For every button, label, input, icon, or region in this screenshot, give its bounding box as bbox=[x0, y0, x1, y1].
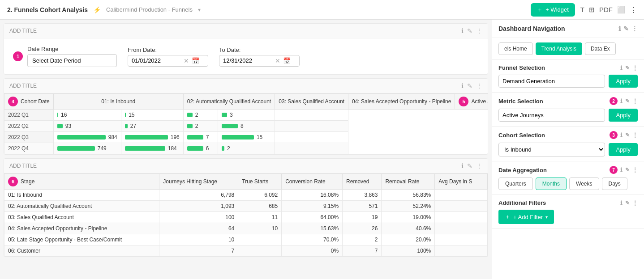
to-date-group: To Date: ✕ 📅 bbox=[219, 46, 300, 67]
table-row: 02: Automatically Qualified Account1,093… bbox=[4, 201, 488, 212]
col-header-4: 04: Sales Accepted Opportunity - Pipelin… bbox=[348, 94, 455, 110]
stage-table: 6StageJourneys Hitting StageTrue StartsC… bbox=[4, 173, 488, 257]
more-icon-funnel[interactable]: ⋮ bbox=[632, 65, 638, 71]
nav-btn-data[interactable]: Data Ex bbox=[585, 42, 616, 55]
cohort-table: 4 Cohort Date 01: Is Inbound 02: Automat… bbox=[4, 93, 488, 154]
info-icon-metric[interactable]: ℹ bbox=[620, 98, 623, 104]
more-icon-cohort-sel[interactable]: ⋮ bbox=[632, 132, 638, 138]
stage-table-wrap: 6StageJourneys Hitting StageTrue StartsC… bbox=[4, 173, 488, 257]
metric-selection-row: Active Journeys Apply bbox=[498, 109, 638, 122]
edit-icon-stage[interactable]: ✎ bbox=[467, 162, 472, 169]
date-range-group: 1 Date Range Select Date Period bbox=[13, 46, 117, 67]
table-row: 01: Is Inbound6,7986,09216.08%3,86356.83… bbox=[4, 190, 488, 201]
nav-btn-trend[interactable]: Trend Analysis bbox=[536, 42, 582, 55]
table-row: 06: Customer70%7100% bbox=[4, 245, 488, 257]
text-icon[interactable]: T bbox=[580, 6, 584, 14]
additional-filters-title: Additional Filters ℹ ✎ ⋮ bbox=[498, 199, 638, 206]
col-header-1: 01: Is Inbound bbox=[53, 94, 183, 110]
edit-icon-cohort-sel[interactable]: ✎ bbox=[625, 132, 630, 138]
cohort-date-header: 4 Cohort Date bbox=[4, 94, 54, 110]
cohort-apply-button[interactable]: Apply bbox=[609, 143, 638, 156]
table-row: 2022 Q1161523 bbox=[4, 110, 488, 121]
cohort-selection-section: Cohort Selection 3 ℹ ✎ ⋮ Is Inbound Appl… bbox=[492, 127, 644, 161]
edit-icon-metric[interactable]: ✎ bbox=[625, 98, 630, 104]
from-date-group: From Date: ✕ 📅 bbox=[128, 46, 208, 67]
more-icon-stage[interactable]: ⋮ bbox=[476, 162, 482, 169]
clear-from-date-icon[interactable]: ✕ bbox=[184, 57, 189, 64]
widget-header-date: ADD TITLE ℹ ✎ ⋮ bbox=[4, 24, 488, 38]
more-icon-agg[interactable]: ⋮ bbox=[632, 167, 638, 173]
cohort-select[interactable]: Is Inbound bbox=[498, 143, 605, 156]
edit-icon[interactable]: ✎ bbox=[467, 27, 472, 34]
widget-header-cohort: ADD TITLE ℹ ✎ ⋮ bbox=[4, 79, 488, 93]
annotation-5: 5 bbox=[459, 97, 468, 106]
widget-header-icons-stage: ℹ ✎ ⋮ bbox=[461, 162, 482, 169]
edit-icon-nav[interactable]: ✎ bbox=[623, 25, 629, 32]
info-icon-cohort[interactable]: ℹ bbox=[461, 82, 464, 89]
to-date-label: To Date: bbox=[219, 46, 300, 53]
info-icon-nav[interactable]: ℹ bbox=[618, 25, 621, 32]
add-filter-label: + Add Filter bbox=[513, 214, 543, 220]
lightning-icon: ⚡ bbox=[93, 6, 101, 13]
more-icon-nav[interactable]: ⋮ bbox=[631, 25, 638, 32]
top-bar: 2. Funnels Cohort Analysis ⚡ Calibermind… bbox=[0, 0, 644, 20]
agg-btn-weeks[interactable]: Weeks bbox=[569, 178, 599, 190]
widget-header-stage: ADD TITLE ℹ ✎ ⋮ bbox=[4, 159, 488, 173]
funnel-selection-section: Funnel Selection ℹ ✎ ⋮ Demand Generation… bbox=[492, 60, 644, 93]
from-date-input-wrap: ✕ 📅 bbox=[128, 55, 208, 67]
date-period-select[interactable]: Select Date Period bbox=[27, 54, 117, 67]
metric-apply-button[interactable]: Apply bbox=[609, 109, 638, 122]
stage-col-header: Conversion Rate bbox=[282, 174, 343, 190]
calendar-from-icon[interactable]: 📅 bbox=[192, 57, 199, 64]
edit-icon-filters[interactable]: ✎ bbox=[625, 200, 630, 206]
funnel-select[interactable]: Demand Generation bbox=[498, 75, 605, 88]
more-icon[interactable]: ⋮ bbox=[476, 27, 482, 34]
to-date-input[interactable] bbox=[223, 57, 272, 64]
widget-label: + Widget bbox=[545, 6, 569, 13]
more-icon-filters[interactable]: ⋮ bbox=[632, 200, 638, 206]
agg-btn-days[interactable]: Days bbox=[602, 178, 627, 190]
clear-to-date-icon[interactable]: ✕ bbox=[275, 57, 280, 64]
date-range-label: Date Range bbox=[27, 46, 117, 52]
agg-btn-months[interactable]: Months bbox=[536, 178, 567, 190]
more-icon-metric[interactable]: ⋮ bbox=[632, 98, 638, 104]
is-inbound-wrap: Is Inbound bbox=[498, 143, 605, 156]
edit-icon-cohort[interactable]: ✎ bbox=[467, 82, 472, 89]
stage-table-widget: ADD TITLE ℹ ✎ ⋮ 6StageJourneys Hitting S… bbox=[4, 158, 488, 257]
info-icon-cohort-sel[interactable]: ℹ bbox=[620, 132, 623, 138]
calendar-to-icon[interactable]: 📅 bbox=[283, 57, 291, 64]
pdf-icon[interactable]: PDF bbox=[599, 6, 613, 14]
metric-select[interactable]: Active Journeys bbox=[498, 109, 605, 122]
screen-icon[interactable]: ⬜ bbox=[617, 6, 626, 14]
subtitle: Calibermind Production - Funnels bbox=[106, 6, 193, 13]
funnel-selection-row: Demand Generation Apply bbox=[498, 75, 638, 88]
edit-icon-funnel[interactable]: ✎ bbox=[625, 65, 630, 71]
edit-icon-agg[interactable]: ✎ bbox=[625, 167, 630, 173]
to-date-input-wrap: ✕ 📅 bbox=[219, 55, 300, 67]
info-icon-funnel[interactable]: ℹ bbox=[620, 65, 623, 71]
annotation-7: 7 bbox=[610, 166, 618, 174]
funnel-apply-button[interactable]: Apply bbox=[609, 75, 638, 88]
add-widget-button[interactable]: ＋ + Widget bbox=[531, 3, 575, 17]
nav-btn-home[interactable]: els Home bbox=[498, 42, 533, 55]
col-header-3: 03: Sales Qualified Account bbox=[275, 94, 348, 110]
cohort-table-widget: ADD TITLE ℹ ✎ ⋮ 4 Cohort Dat bbox=[4, 78, 488, 155]
info-icon-agg[interactable]: ℹ bbox=[620, 167, 623, 173]
info-icon-stage[interactable]: ℹ bbox=[461, 162, 464, 169]
add-filter-button[interactable]: ＋ + Add Filter ▾ bbox=[498, 210, 554, 224]
table-icon[interactable]: ⊞ bbox=[589, 6, 595, 14]
from-date-input[interactable] bbox=[132, 57, 181, 64]
info-icon[interactable]: ℹ bbox=[461, 27, 464, 34]
more-icon[interactable]: ⋮ bbox=[630, 6, 637, 14]
date-select-wrap: Select Date Period bbox=[27, 54, 117, 67]
from-date-label: From Date: bbox=[128, 46, 208, 53]
main-layout: ADD TITLE ℹ ✎ ⋮ 1 Date Range Select Date… bbox=[0, 20, 644, 279]
cohort-table-wrap: 4 Cohort Date 01: Is Inbound 02: Automat… bbox=[4, 93, 488, 154]
more-icon-cohort[interactable]: ⋮ bbox=[476, 82, 482, 89]
additional-filters-section: Additional Filters ℹ ✎ ⋮ ＋ + Add Filter … bbox=[492, 195, 644, 229]
table-row: 2022 Q474918462 bbox=[4, 143, 488, 154]
annotation-6: 6 bbox=[8, 177, 18, 186]
date-range-field: Date Range Select Date Period bbox=[27, 46, 117, 67]
agg-btn-quarters[interactable]: Quarters bbox=[498, 178, 533, 190]
info-icon-filters[interactable]: ℹ bbox=[620, 200, 623, 206]
